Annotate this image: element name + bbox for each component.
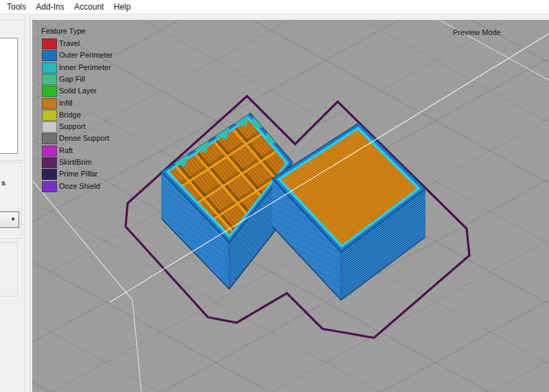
legend-label: Skirt/Brim	[59, 158, 92, 166]
legend-label: Prime Pillar	[59, 170, 97, 178]
legend-title: Feature Type	[41, 27, 144, 35]
menu-item-add-ins[interactable]: Add-Ins	[36, 0, 64, 14]
feature-type-legend: Feature Type TravelOuter PerimeterInner …	[41, 27, 144, 38]
legend-color-swatch	[42, 62, 57, 73]
legend-color-swatch	[42, 98, 57, 109]
sidebar-groupbox-bottom	[0, 242, 18, 297]
legend-label: Bridge	[59, 111, 81, 119]
legend-color-swatch	[42, 110, 57, 121]
legend-label: Gap Fill	[59, 75, 85, 83]
left-panel: s ▼	[0, 15, 32, 392]
chevron-down-icon: ▼	[10, 216, 16, 223]
menu-item-account[interactable]: Account	[74, 0, 104, 14]
legend-color-swatch	[42, 157, 57, 168]
legend-label: Solid Layer	[59, 87, 97, 95]
legend-color-swatch	[42, 122, 57, 132]
legend-label: Outer Perimeter	[59, 51, 113, 59]
legend-color-swatch	[42, 50, 57, 61]
sidebar-dropdown[interactable]: ▼	[0, 211, 19, 228]
legend-color-swatch	[42, 133, 57, 144]
legend-label: Infill	[59, 99, 73, 107]
legend-label: Support	[59, 122, 86, 130]
legend-label: Inner Perimeter	[59, 63, 111, 71]
menu-item-tools[interactable]: Tools	[7, 0, 26, 14]
panel-divider	[24, 15, 25, 392]
menu-bar: Tools Add-Ins Account Help	[0, 0, 549, 14]
legend-label: Ooze Shield	[59, 182, 100, 190]
menu-item-help[interactable]: Help	[114, 0, 131, 14]
process-list[interactable]	[0, 38, 18, 154]
preview-mode-label: Preview Mode	[453, 28, 501, 36]
legend-label: Dense Support	[59, 134, 109, 142]
panel-splitter[interactable]	[30, 15, 30, 392]
legend-label: Raft	[59, 146, 73, 154]
legend-color-swatch	[42, 86, 57, 97]
legend-label: Travel	[59, 39, 80, 47]
legend-color-swatch	[42, 74, 57, 85]
legend-color-swatch	[42, 38, 57, 49]
preview-viewport[interactable]: Feature Type TravelOuter PerimeterInner …	[32, 20, 549, 392]
legend-color-swatch	[42, 146, 57, 157]
legend-color-swatch	[42, 169, 57, 180]
legend-color-swatch	[42, 181, 57, 192]
